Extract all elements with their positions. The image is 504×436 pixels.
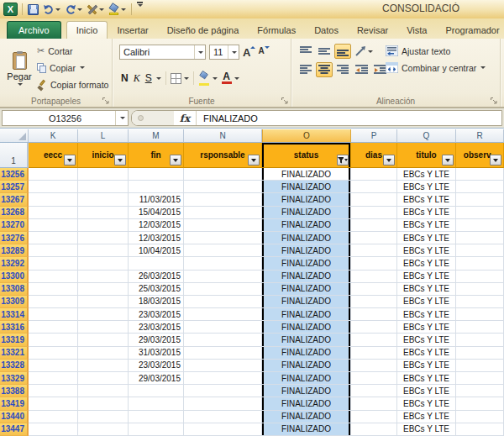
tab-programador[interactable]: Programador: [436, 21, 504, 39]
cell-dias[interactable]: [351, 397, 397, 410]
cell-inicio[interactable]: [78, 181, 129, 193]
cell-rsponsable[interactable]: [184, 334, 262, 346]
cell-status[interactable]: FINALIZADO: [262, 244, 351, 257]
cell-status[interactable]: FINALIZADO: [262, 308, 351, 321]
tab-dise-o-de-p-gina[interactable]: Diseño de página: [158, 21, 249, 39]
cell-inicio[interactable]: [78, 411, 129, 423]
column-header-R[interactable]: R: [456, 129, 504, 143]
cell-eecc[interactable]: [29, 232, 78, 244]
cell-eecc[interactable]: [29, 193, 78, 206]
cell-dias[interactable]: [351, 385, 397, 397]
row-header-13256[interactable]: 13256: [0, 168, 29, 181]
cell-fin[interactable]: [129, 168, 184, 181]
cell-status[interactable]: FINALIZADO: [262, 257, 351, 270]
align-center-button[interactable]: [316, 62, 333, 77]
cell-fin[interactable]: [129, 181, 184, 193]
cell-observ[interactable]: [456, 296, 504, 308]
cell-status[interactable]: FINALIZADO: [262, 423, 351, 436]
cell-status[interactable]: FINALIZADO: [262, 360, 351, 372]
cell-inicio[interactable]: [78, 360, 129, 372]
cell-dias[interactable]: [351, 244, 397, 257]
cell-dias[interactable]: [351, 257, 397, 270]
filter-dropdown-button[interactable]: [170, 155, 181, 165]
font-size-select[interactable]: 11: [209, 45, 239, 60]
cell-fin[interactable]: [129, 411, 184, 423]
underline-button[interactable]: S: [144, 71, 154, 86]
filter-dropdown-button[interactable]: [64, 155, 76, 165]
cell-fin[interactable]: 23/03/2015: [129, 321, 184, 334]
cell-inicio[interactable]: [78, 397, 129, 410]
cell-eecc[interactable]: [29, 360, 78, 372]
cell-status[interactable]: FINALIZADO: [262, 321, 351, 334]
tab-datos[interactable]: Datos: [305, 21, 348, 39]
row-header-13316[interactable]: 13316: [0, 321, 29, 334]
undo-button[interactable]: [42, 2, 61, 17]
format-painter-button[interactable]: Copiar formato: [37, 77, 108, 92]
decrease-font-button[interactable]: A: [258, 46, 269, 55]
cell-observ[interactable]: [456, 193, 504, 206]
copy-button[interactable]: Copiar: [37, 60, 108, 75]
cell-fin[interactable]: 23/03/2015: [129, 308, 184, 321]
cell-titulo[interactable]: EBCs Y LTE: [397, 257, 456, 270]
tab-archivo[interactable]: Archivo: [7, 21, 61, 39]
merge-center-button[interactable]: Combinar y centrar: [386, 62, 486, 73]
cell-titulo[interactable]: EBCs Y LTE: [397, 181, 456, 193]
cell-fin[interactable]: 15/04/2015: [129, 207, 184, 219]
tab-f-rmulas[interactable]: Fórmulas: [248, 21, 305, 39]
cell-rsponsable[interactable]: [184, 257, 262, 270]
cell-rsponsable[interactable]: [184, 397, 262, 410]
cell-fin[interactable]: 29/03/2015: [129, 372, 184, 385]
cell-dias[interactable]: [351, 219, 397, 232]
tab-insertar[interactable]: Insertar: [108, 21, 157, 39]
cell-fin[interactable]: 10/04/2015: [129, 244, 184, 257]
cell-inicio[interactable]: [78, 334, 129, 346]
row-header-13270[interactable]: 13270: [0, 219, 29, 232]
filter-dropdown-button[interactable]: [490, 155, 501, 165]
cell-eecc[interactable]: [29, 385, 78, 397]
cell-fin[interactable]: 23/03/2015: [129, 360, 184, 372]
cell-observ[interactable]: [456, 219, 504, 232]
cell-inicio[interactable]: [78, 296, 129, 308]
cell-status[interactable]: FINALIZADO: [262, 168, 351, 181]
cell-eecc[interactable]: [29, 372, 78, 385]
filter-dropdown-button[interactable]: [248, 155, 260, 165]
row-header-13292[interactable]: 13292: [0, 257, 29, 270]
row-header-13419[interactable]: 13419: [0, 397, 29, 410]
cell-inicio[interactable]: [78, 423, 129, 436]
cell-eecc[interactable]: [29, 423, 78, 436]
row-header-13329[interactable]: 13329: [0, 372, 29, 385]
cell-observ[interactable]: [456, 423, 504, 436]
orientation-button[interactable]: [353, 44, 375, 59]
cell-observ[interactable]: [456, 397, 504, 410]
cell-observ[interactable]: [456, 372, 504, 385]
dialog-launcher-icon[interactable]: [281, 97, 289, 105]
cell-fill-color-button[interactable]: [198, 71, 210, 86]
cell-inicio[interactable]: [78, 257, 129, 270]
cell-eecc[interactable]: [29, 334, 78, 346]
cell-dias[interactable]: [351, 347, 397, 360]
row-header-13308[interactable]: 13308: [0, 283, 29, 296]
cell-rsponsable[interactable]: [184, 283, 262, 296]
row-header-13268[interactable]: 13268: [0, 207, 29, 219]
cell-inicio[interactable]: [78, 308, 129, 321]
cell-fin[interactable]: 26/03/2015: [129, 271, 184, 283]
cell-eecc[interactable]: [29, 347, 78, 360]
cell-inicio[interactable]: [78, 168, 129, 181]
column-header-K[interactable]: K: [29, 129, 78, 143]
cell-observ[interactable]: [456, 360, 504, 372]
cell-status[interactable]: FINALIZADO: [262, 334, 351, 346]
chevron-down-icon[interactable]: [234, 77, 239, 80]
italic-button[interactable]: K: [132, 71, 142, 86]
cell-observ[interactable]: [456, 283, 504, 296]
filter-dropdown-button[interactable]: [383, 155, 395, 165]
cell-inicio[interactable]: [78, 271, 129, 283]
cell-fin[interactable]: 31/03/2015: [129, 347, 184, 360]
cell-fin[interactable]: [129, 257, 184, 270]
cell-observ[interactable]: [456, 181, 504, 193]
cell-rsponsable[interactable]: [184, 372, 262, 385]
cell-observ[interactable]: [456, 385, 504, 397]
wrap-text-button[interactable]: Ajustar texto: [386, 45, 486, 56]
cell-rsponsable[interactable]: [184, 308, 262, 321]
cell-dias[interactable]: [351, 372, 397, 385]
column-header-N[interactable]: N: [184, 129, 262, 143]
